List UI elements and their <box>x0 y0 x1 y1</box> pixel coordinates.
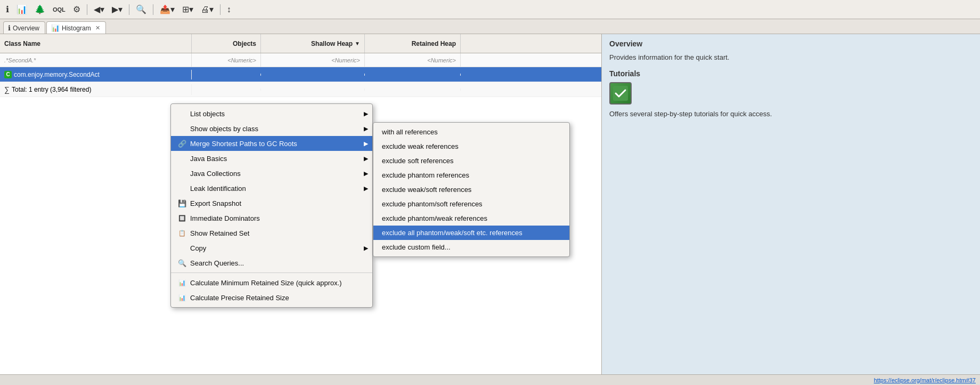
exclude-phantom-soft-refs-item[interactable]: exclude phantom/soft references <box>373 197 569 211</box>
total-retained-cell <box>365 89 461 91</box>
show-objects-arrow: ▶ <box>364 125 368 132</box>
sigma-icon: ∑ <box>4 85 10 94</box>
search-queries-icon: 🔍 <box>177 259 187 267</box>
submenu: with all references exclude weak referen… <box>373 122 570 257</box>
show-objects-icon <box>177 124 187 133</box>
calculate-precise-retained-item[interactable]: 📊 Calculate Precise Retained Size <box>171 290 372 305</box>
exclude-custom-field-item[interactable]: exclude custom field... <box>373 240 569 254</box>
exclude-weak-refs-item[interactable]: exclude weak references <box>373 139 569 154</box>
search-queries-item[interactable]: 🔍 Search Queries... <box>171 255 372 270</box>
java-basics-item[interactable]: Java Basics ▶ <box>171 151 372 166</box>
toolbar: ℹ 📊 🌲 OQL ⚙ ◀▾ ▶▾ 🔍 📤▾ ⊞▾ 🖨▾ ↕ <box>0 0 980 19</box>
copy-arrow: ▶ <box>364 245 368 252</box>
list-objects-icon <box>177 109 187 118</box>
exclude-all-refs-item[interactable]: exclude all phantom/weak/soft etc. refer… <box>373 226 569 240</box>
table-header: Class Name Objects Shallow Heap ▼ Retain… <box>0 34 601 53</box>
retained-cell <box>365 74 461 76</box>
shallow-cell <box>261 74 365 76</box>
calc-min-icon: 📊 <box>177 278 187 287</box>
leak-identification-item[interactable]: Leak Identification ▶ <box>171 181 372 196</box>
toolbar-separator-4 <box>220 4 220 15</box>
java-collections-arrow: ▶ <box>364 170 368 177</box>
export-snapshot-icon: 💾 <box>177 199 187 207</box>
histogram-button[interactable]: 📊 <box>14 3 30 16</box>
dominator-tree-button[interactable]: 🌲 <box>32 3 48 16</box>
exclude-phantom-refs-item[interactable]: exclude phantom references <box>373 168 569 182</box>
retained-filter-cell: <Numeric> <box>365 53 461 67</box>
show-retained-icon: 📋 <box>177 229 187 237</box>
show-objects-by-class-item[interactable]: Show objects by class ▶ <box>171 121 372 136</box>
toolbar-separator-2 <box>129 4 129 15</box>
main-area: Class Name Objects Shallow Heap ▼ Retain… <box>0 34 980 385</box>
show-retained-set-item[interactable]: 📋 Show Retained Set <box>171 226 372 240</box>
right-panel-title: Overview <box>609 39 973 48</box>
retained-heap-header[interactable]: Retained Heap <box>365 34 461 53</box>
java-collections-item[interactable]: Java Collections ▶ <box>171 166 372 181</box>
total-label-cell: ∑ Total: 1 entry (3,964 filtered) <box>0 84 192 95</box>
histogram-tab-close[interactable]: ✕ <box>95 25 100 31</box>
exclude-phantom-weak-refs-item[interactable]: exclude phantom/weak references <box>373 211 569 226</box>
list-objects-arrow: ▶ <box>364 110 368 117</box>
total-row: ∑ Total: 1 entry (3,964 filtered) <box>0 82 601 97</box>
objects-header[interactable]: Objects <box>192 34 261 53</box>
merge-icon: 🔗 <box>177 139 187 148</box>
tutorials-text: Offers several step-by-step tutorials fo… <box>609 109 973 119</box>
status-url[interactable]: https://eclipse.org/mat/r/eclipse.htm#37 <box>874 377 976 383</box>
filter-row: .*SecondA.* <Numeric> <Numeric> <Numeric… <box>0 53 601 67</box>
nav-prev-button[interactable]: ◀▾ <box>91 3 107 16</box>
list-objects-item[interactable]: List objects ▶ <box>171 106 372 121</box>
histogram-panel: Class Name Objects Shallow Heap ▼ Retain… <box>0 34 602 385</box>
filter-button[interactable]: ⊞▾ <box>179 3 196 16</box>
calculate-min-retained-item[interactable]: 📊 Calculate Minimum Retained Size (quick… <box>171 275 372 290</box>
right-panel-description: Provides information for the quick start… <box>609 52 973 63</box>
toolbar-separator-3 <box>153 4 153 15</box>
merge-arrow: ▶ <box>364 140 368 147</box>
tutorials-icon <box>609 82 632 105</box>
leak-id-arrow: ▶ <box>364 185 368 192</box>
context-menu: List objects ▶ Show objects by class ▶ 🔗… <box>170 103 373 308</box>
print-button[interactable]: 🖨▾ <box>198 3 216 16</box>
copy-icon <box>177 244 187 252</box>
histogram-tab-label: Histogram <box>62 25 91 32</box>
toolbar-separator-1 <box>87 4 87 15</box>
shallow-heap-header[interactable]: Shallow Heap ▼ <box>261 34 365 53</box>
shallow-sort-icon: ▼ <box>355 41 360 46</box>
class-name-header[interactable]: Class Name <box>0 34 192 53</box>
menu-separator-1 <box>171 272 372 273</box>
copy-item[interactable]: Copy ▶ <box>171 240 372 255</box>
checkmark-icon <box>613 86 628 101</box>
calc-precise-icon: 📊 <box>177 293 187 302</box>
objects-cell <box>192 74 261 76</box>
histogram-tab[interactable]: 📊 Histogram ✕ <box>46 21 106 34</box>
immediate-dom-icon: 🔲 <box>177 214 187 222</box>
move-button[interactable]: ↕ <box>224 3 234 16</box>
class-name-filter-cell: .*SecondA.* <box>0 53 192 67</box>
leak-id-icon <box>177 184 187 192</box>
java-basics-icon <box>177 154 187 163</box>
class-c-icon: C <box>4 71 12 78</box>
overview-tab-label: Overview <box>13 25 39 32</box>
exclude-soft-refs-item[interactable]: exclude soft references <box>373 154 569 168</box>
immediate-dominators-item[interactable]: 🔲 Immediate Dominators <box>171 211 372 226</box>
overview-tab-icon: ℹ <box>8 24 11 32</box>
exclude-weak-soft-refs-item[interactable]: exclude weak/soft references <box>373 182 569 197</box>
export-button[interactable]: 📤▾ <box>157 3 177 16</box>
oql-button[interactable]: OQL <box>50 5 68 14</box>
tutorials-section: Tutorials Offers several step-by-step tu… <box>609 69 973 119</box>
search-button[interactable]: 🔍 <box>133 3 149 16</box>
merge-shortest-paths-item[interactable]: 🔗 Merge Shortest Paths to GC Roots ▶ <box>171 136 372 151</box>
export-snapshot-item[interactable]: 💾 Export Snapshot <box>171 196 372 211</box>
tutorials-label: Tutorials <box>609 69 973 78</box>
nav-next-button[interactable]: ▶▾ <box>109 3 125 16</box>
table-row[interactable]: C com.enjoy.memory.SecondAct <box>0 67 601 82</box>
tab-bar: ℹ Overview 📊 Histogram ✕ <box>0 19 980 34</box>
with-all-refs-item[interactable]: with all references <box>373 125 569 139</box>
java-collections-icon <box>177 169 187 178</box>
settings-button[interactable]: ⚙ <box>70 3 83 16</box>
total-shallow-cell <box>261 89 365 91</box>
histogram-tab-icon: 📊 <box>51 24 60 32</box>
overview-tab[interactable]: ℹ Overview <box>3 21 45 34</box>
right-panel: Overview Provides information for the qu… <box>602 34 980 385</box>
info-button[interactable]: ℹ <box>3 3 12 16</box>
total-objects-cell <box>192 89 261 91</box>
